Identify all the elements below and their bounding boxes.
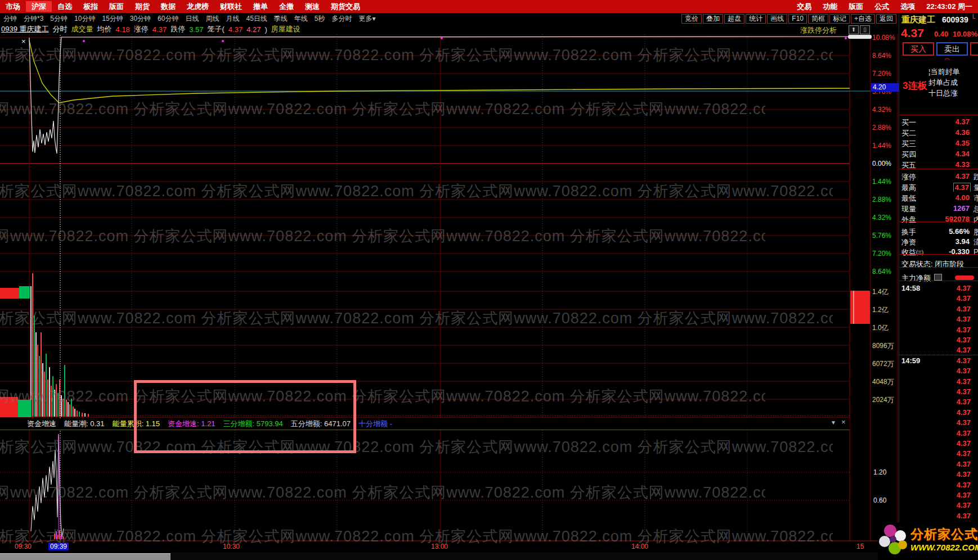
tool-button-4[interactable]: 画线 <box>767 14 787 24</box>
period-9[interactable]: 月线 <box>222 14 243 24</box>
menu-left-group: 市场沪深自选板指版面期货数据龙虎榜财联社撤单全撤测速期货交易 <box>0 2 366 12</box>
seal-chevron-icon: ︽ <box>944 53 950 62</box>
tick-price: 4.37 <box>957 356 971 365</box>
info-item-12: ) <box>264 25 267 34</box>
period-0[interactable]: 分钟 <box>0 14 20 24</box>
stat-suffix: 量 <box>973 183 978 192</box>
period-7[interactable]: 日线 <box>182 14 202 24</box>
limit-analysis-label[interactable]: 涨跌停分析 <box>800 25 837 35</box>
chart-hscroll-thumb[interactable] <box>848 35 872 39</box>
period-14[interactable]: 多分时 <box>329 14 356 24</box>
tool-button-1[interactable]: 叠加 <box>703 14 723 24</box>
tick-row: 4.37 <box>900 491 978 500</box>
indicator-title[interactable]: 资金增速 <box>27 419 56 429</box>
info-item-2: 成交量 <box>71 24 93 34</box>
menu-right-item-3[interactable]: 公式 <box>869 1 895 12</box>
last-price: 4.37 <box>901 26 924 40</box>
menu-item-8[interactable]: 财联社 <box>214 1 248 12</box>
minute-chart-canvas[interactable] <box>0 0 898 560</box>
price-scale-label: 8.64% <box>872 268 891 276</box>
info-item-13: 房屋建设 <box>271 24 300 34</box>
period-5[interactable]: 30分钟 <box>127 14 154 24</box>
period-8[interactable]: 周线 <box>202 14 222 24</box>
period-13[interactable]: 5秒 <box>311 14 329 24</box>
indicator-collapse-icon[interactable]: ▼ <box>831 419 836 426</box>
menu-item-9[interactable]: 撤单 <box>248 1 273 12</box>
streak-badge: 3连板 <box>903 79 927 92</box>
extra-button[interactable] <box>970 42 978 56</box>
price-scale-label: 4.32% <box>872 214 891 222</box>
tool-button-5[interactable]: F10 <box>788 14 807 24</box>
menu-item-11[interactable]: 测速 <box>299 1 325 12</box>
watermark-row: 分析家公式网www.70822.com 分析家公式网www.70822.com … <box>0 308 833 328</box>
tool-button-2[interactable]: 超盘 <box>724 14 744 24</box>
period-11[interactable]: 季线 <box>271 14 291 24</box>
pane-up-icon[interactable]: ⬆ <box>849 25 859 34</box>
volume-bar <box>79 412 80 417</box>
tick-row: 4.37 <box>900 326 978 335</box>
panel-divider <box>899 267 978 268</box>
tick-time: 14:59 <box>901 356 920 365</box>
volume-scale-label: 1.2亿 <box>872 305 889 315</box>
menu-item-10[interactable]: 全撤 <box>273 1 299 12</box>
quote-panel: 重庆建工 600939 L 4.37 0.40 10.08% 买入 卖出 ︽ 3… <box>899 13 978 560</box>
tick-row: 4.37 <box>900 512 978 521</box>
watermark-row: 分析家公式网www.70822.com 分析家公式网www.70822.com … <box>0 181 833 201</box>
tick-price: 4.37 <box>957 398 971 406</box>
volume-scale-label: 1.0亿 <box>872 323 889 333</box>
tool-button-0[interactable]: 竞价 <box>681 14 702 24</box>
time-axis-label: 14:00 <box>631 543 648 550</box>
highlight-annotation-box <box>134 380 356 453</box>
menu-item-7[interactable]: 龙虎榜 <box>181 1 214 12</box>
price-scale-label: 0.00% <box>872 160 891 168</box>
bid-row-3: 买三4.35 <box>901 139 978 148</box>
period-1[interactable]: 分钟*3 <box>20 14 47 24</box>
menu-item-3[interactable]: 板指 <box>78 1 104 12</box>
tick-price: 4.37 <box>957 418 971 427</box>
sell-button[interactable]: 卖出 <box>936 42 968 56</box>
menu-right-item-2[interactable]: 版面 <box>843 1 869 12</box>
stat-row: 最高4.37量 <box>901 183 978 192</box>
menu-item-4[interactable]: 版面 <box>104 1 129 12</box>
tool-button-7[interactable]: 标记 <box>829 14 850 24</box>
menu-item-5[interactable]: 期货 <box>129 1 155 12</box>
period-15[interactable]: 更多▾ <box>356 14 379 24</box>
tool-button-9[interactable]: 返回 <box>876 14 896 24</box>
marker-dot <box>83 40 85 42</box>
menu-right-item-1[interactable]: 功能 <box>817 1 843 12</box>
panel-divider <box>899 355 978 356</box>
period-10[interactable]: 45日线 <box>243 14 270 24</box>
menu-item-0[interactable]: 市场 <box>0 1 26 12</box>
menu-item-6[interactable]: 数据 <box>155 1 181 12</box>
info-item-3: 均价 <box>97 24 112 34</box>
pane-layout-icon[interactable]: ▯ <box>860 25 870 34</box>
tick-row: 14:584.37 <box>900 284 978 293</box>
menu-right-item-4[interactable]: 选项 <box>895 1 921 12</box>
watermark-row: 分析家公式网www.70822.com 分析家公式网www.70822.com … <box>0 226 765 246</box>
bid-price: 4.37 <box>955 118 970 126</box>
menu-item-1[interactable]: 沪深 <box>26 1 52 12</box>
buy-button[interactable]: 买入 <box>903 42 934 56</box>
period-12[interactable]: 年线 <box>291 14 311 24</box>
stat-suffix: 市 <box>973 193 978 202</box>
menu-item-2[interactable]: 自选 <box>52 1 78 12</box>
menu-item-12[interactable]: 期货交易 <box>325 1 366 12</box>
period-3[interactable]: 10分钟 <box>71 14 98 24</box>
main-net-bar <box>955 276 974 280</box>
main-net-detail-icon[interactable] <box>934 274 942 281</box>
time-axis-label: 10:30 <box>223 543 240 550</box>
menu-right-group: 交易功能版面公式选项 <box>791 2 921 12</box>
period-6[interactable]: 60分钟 <box>154 14 182 24</box>
tool-button-8[interactable]: +自选 <box>851 14 875 24</box>
tick-row: 4.37 <box>900 367 978 376</box>
period-2[interactable]: 5分钟 <box>47 14 71 24</box>
indicator-close-icon[interactable]: × <box>841 418 846 426</box>
period-4[interactable]: 15分钟 <box>98 14 126 24</box>
tool-button-3[interactable]: 统计 <box>746 14 766 24</box>
volume-scale-label: 8096万 <box>872 341 894 351</box>
stat-row: 最低4.00市 <box>901 193 978 202</box>
tool-button-6[interactable]: 简框 <box>808 14 828 24</box>
menu-right-item-0[interactable]: 交易 <box>791 1 817 12</box>
bottom-scrollbar-thumb[interactable] <box>0 553 171 560</box>
tick-row: 4.37 <box>900 387 978 396</box>
